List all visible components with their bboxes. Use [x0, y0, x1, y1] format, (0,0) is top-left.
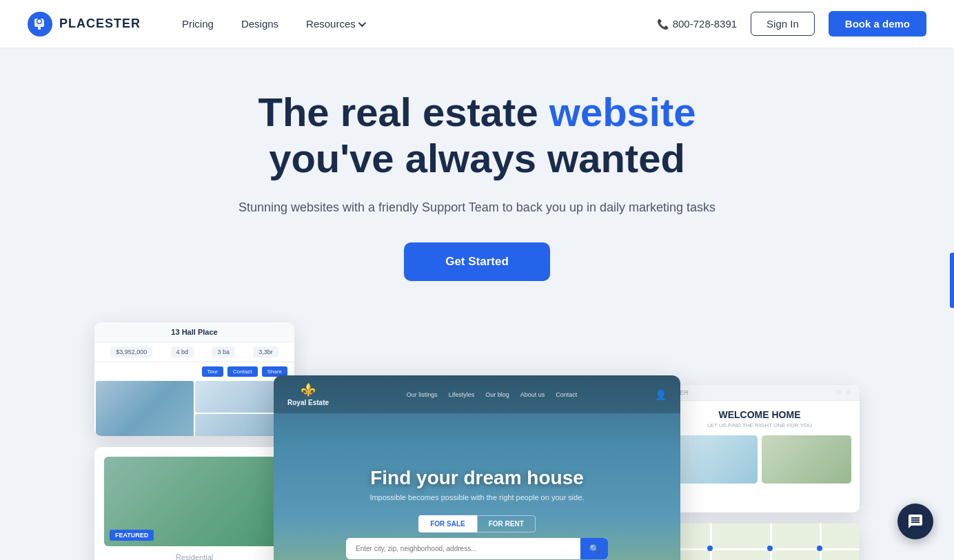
website-hero-content: Find your dream house Impossible becomes…	[274, 413, 680, 560]
website-nav-contact: Contact	[556, 391, 577, 398]
chat-button[interactable]	[897, 504, 933, 539]
search-input[interactable]	[346, 538, 580, 559]
chat-icon	[907, 513, 924, 530]
signin-button[interactable]: Sign In	[751, 12, 815, 36]
welcome-card: ADLER WELCOME HOME LET US FIND THE RIGHT…	[660, 385, 860, 512]
property-detail-card: 13 Hall Place $3,952,000 4 bd 3 ba 3,3br…	[94, 322, 294, 436]
website-nav: ⚜️ Royal Estate Our listings Lifestyles …	[274, 375, 680, 413]
phone-link[interactable]: 📞 800-728-8391	[657, 18, 737, 30]
book-demo-button[interactable]: Book a demo	[829, 11, 926, 37]
search-bar: 🔍	[346, 538, 608, 559]
welcome-image-2	[762, 435, 851, 484]
hero-headline: The real estate website you've always wa…	[181, 90, 773, 181]
nav-pricing[interactable]: Pricing	[182, 18, 214, 30]
navbar-right: 📞 800-728-8391 Sign In Book a demo	[657, 11, 926, 37]
map-pin-2	[767, 546, 773, 551]
map-road-h1	[660, 548, 860, 550]
website-hero-subtitle: Impossible becomes possible with the rig…	[369, 493, 584, 501]
website-nav-links: Our listings Lifestyles Our blog About u…	[407, 391, 578, 398]
website-logo: ⚜️ Royal Estate	[287, 382, 329, 406]
window-control-2	[846, 390, 851, 395]
left-cards: 13 Hall Place $3,952,000 4 bd 3 ba 3,3br…	[94, 322, 294, 560]
map-card	[660, 523, 860, 560]
headline-part2: you've always wanted	[269, 136, 685, 180]
main-property-image	[96, 381, 194, 436]
headline-part1: The real estate	[258, 90, 549, 134]
welcome-card-body: WELCOME HOME LET US FIND THE RIGHT ONE F…	[660, 401, 860, 492]
property-images	[94, 381, 294, 436]
website-logo-icon: ⚜️	[301, 382, 316, 397]
property-beds: 4 bd	[171, 346, 194, 357]
get-started-button[interactable]: Get Started	[404, 242, 550, 281]
listing-type: Residential	[104, 553, 285, 560]
listing-card: FEATURED Residential 4867 Circle Drive, …	[94, 447, 294, 560]
property-price: $3,952,000	[110, 346, 152, 357]
right-accent-bar	[950, 253, 954, 308]
listing-image: FEATURED	[104, 457, 285, 546]
property-baths: 3 ba	[212, 346, 235, 357]
property-stats: $3,952,000 4 bd 3 ba 3,3br	[94, 342, 294, 362]
search-tabs: FOR SALE FOR RENT	[418, 515, 536, 532]
website-nav-blog: Our blog	[485, 391, 509, 398]
welcome-image-1	[668, 435, 758, 484]
search-button[interactable]: 🔍	[580, 538, 608, 559]
website-nav-lifestyles: Lifestyles	[449, 391, 475, 398]
hero-section: The real estate website you've always wa…	[0, 48, 954, 560]
logo-text: PLACESTER	[59, 17, 141, 31]
map-road-v3	[820, 523, 822, 560]
property-address: 13 Hall Place	[94, 322, 294, 342]
hero-subtext: Stunning websites with a friendly Suppor…	[236, 198, 718, 218]
svg-point-2	[38, 19, 41, 23]
screenshots-area: 13 Hall Place $3,952,000 4 bd 3 ba 3,3br…	[14, 322, 940, 560]
right-cards: ADLER WELCOME HOME LET US FIND THE RIGHT…	[660, 385, 860, 560]
headline-highlight: website	[549, 90, 696, 134]
contact-btn[interactable]: Contact	[227, 366, 258, 377]
welcome-card-header: ADLER	[660, 385, 860, 401]
website-nav-about: About us	[520, 391, 545, 398]
property-actions: Tour Contact Share	[94, 362, 294, 381]
for-rent-tab[interactable]: FOR RENT	[477, 515, 536, 532]
map-pin-1	[707, 546, 713, 551]
phone-icon: 📞	[657, 19, 669, 30]
window-control-1	[836, 390, 842, 395]
logo-link[interactable]: PLACESTER	[28, 12, 141, 37]
website-brand: Royal Estate	[287, 399, 329, 406]
virtual-tour-btn[interactable]: Tour	[202, 366, 224, 377]
center-website-screenshot: ⚜️ Royal Estate Our listings Lifestyles …	[274, 375, 680, 560]
map-pin-3	[817, 546, 822, 551]
navbar: PLACESTER Pricing Designs Resources 📞 80…	[0, 0, 954, 48]
welcome-images	[668, 435, 851, 484]
map-road-v2	[770, 523, 772, 560]
featured-badge: FEATURED	[110, 530, 154, 541]
placester-logo-icon	[28, 12, 52, 37]
property-sqft: 3,3br	[253, 346, 278, 357]
nav-resources[interactable]: Resources	[306, 18, 364, 30]
navbar-nav: Pricing Designs Resources	[182, 18, 657, 30]
website-nav-account: 👤	[655, 389, 667, 400]
map-view	[660, 523, 860, 560]
chevron-down-icon	[358, 19, 366, 26]
website-nav-listings: Our listings	[407, 391, 438, 398]
for-sale-tab[interactable]: FOR SALE	[418, 515, 477, 532]
nav-designs[interactable]: Designs	[241, 18, 278, 30]
welcome-subtitle: LET US FIND THE RIGHT ONE FOR YOU	[668, 422, 851, 428]
welcome-title: WELCOME HOME	[668, 409, 851, 420]
welcome-header-actions	[836, 390, 851, 395]
map-road-v1	[710, 523, 712, 560]
website-hero-title: Find your dream house	[370, 467, 584, 489]
